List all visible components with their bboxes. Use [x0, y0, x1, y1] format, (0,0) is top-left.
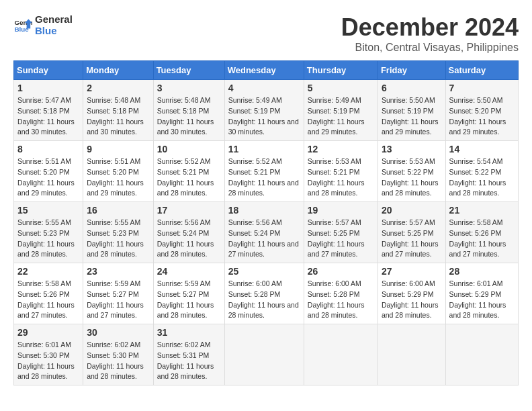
- day-info: Sunrise: 5:59 AM Sunset: 5:27 PM Dayligh…: [157, 279, 221, 321]
- calendar-cell: 30 Sunrise: 6:02 AM Sunset: 5:30 PM Dayl…: [83, 324, 153, 385]
- day-info: Sunrise: 5:53 AM Sunset: 5:22 PM Dayligh…: [382, 156, 442, 199]
- calendar-cell: 25 Sunrise: 6:00 AM Sunset: 5:28 PM Dayl…: [224, 263, 304, 324]
- day-info: Sunrise: 5:51 AM Sunset: 5:20 PM Dayligh…: [17, 156, 79, 199]
- day-number: 8: [17, 144, 79, 154]
- day-number: 1: [17, 83, 79, 93]
- logo-blue: Blue: [35, 25, 73, 36]
- calendar-cell: [224, 324, 304, 385]
- header: General Blue General Blue December 2024 …: [13, 13, 519, 54]
- day-number: 23: [87, 266, 149, 277]
- weekday-header-thursday: Thursday: [304, 61, 378, 80]
- calendar-cell: 18 Sunrise: 5:56 AM Sunset: 5:24 PM Dayl…: [224, 202, 304, 263]
- day-info: Sunrise: 5:56 AM Sunset: 5:24 PM Dayligh…: [157, 218, 221, 260]
- day-info: Sunrise: 5:51 AM Sunset: 5:20 PM Dayligh…: [87, 156, 149, 199]
- week-row-4: 22 Sunrise: 5:58 AM Sunset: 5:26 PM Dayl…: [14, 263, 519, 324]
- day-info: Sunrise: 5:56 AM Sunset: 5:24 PM Dayligh…: [228, 218, 300, 260]
- day-info: Sunrise: 6:00 AM Sunset: 5:28 PM Dayligh…: [228, 279, 300, 321]
- day-info: Sunrise: 5:57 AM Sunset: 5:25 PM Dayligh…: [308, 218, 374, 260]
- day-number: 3: [157, 83, 221, 93]
- location-subtitle: Biton, Central Visayas, Philippines: [341, 42, 519, 54]
- calendar-cell: 7 Sunrise: 5:50 AM Sunset: 5:20 PM Dayli…: [445, 80, 518, 141]
- calendar-cell: 6 Sunrise: 5:50 AM Sunset: 5:19 PM Dayli…: [378, 80, 445, 141]
- day-info: Sunrise: 5:54 AM Sunset: 5:22 PM Dayligh…: [449, 156, 515, 199]
- day-number: 12: [308, 144, 374, 154]
- day-info: Sunrise: 5:47 AM Sunset: 5:18 PM Dayligh…: [17, 95, 79, 138]
- day-info: Sunrise: 5:50 AM Sunset: 5:20 PM Dayligh…: [449, 95, 515, 138]
- week-row-3: 15 Sunrise: 5:55 AM Sunset: 5:23 PM Dayl…: [14, 202, 519, 263]
- calendar-cell: 15 Sunrise: 5:55 AM Sunset: 5:23 PM Dayl…: [14, 202, 83, 263]
- calendar-cell: 17 Sunrise: 5:56 AM Sunset: 5:24 PM Dayl…: [153, 202, 224, 263]
- day-info: Sunrise: 5:49 AM Sunset: 5:19 PM Dayligh…: [308, 95, 374, 138]
- day-info: Sunrise: 5:48 AM Sunset: 5:18 PM Dayligh…: [157, 95, 221, 138]
- month-title: December 2024: [341, 13, 519, 42]
- day-number: 10: [157, 144, 221, 154]
- day-number: 21: [449, 205, 515, 216]
- day-number: 17: [157, 205, 221, 216]
- day-info: Sunrise: 5:59 AM Sunset: 5:27 PM Dayligh…: [87, 279, 149, 321]
- day-number: 28: [449, 266, 515, 277]
- calendar-cell: 20 Sunrise: 5:57 AM Sunset: 5:25 PM Dayl…: [378, 202, 445, 263]
- calendar-cell: 3 Sunrise: 5:48 AM Sunset: 5:18 PM Dayli…: [153, 80, 224, 141]
- day-number: 22: [17, 266, 79, 277]
- day-info: Sunrise: 6:01 AM Sunset: 5:29 PM Dayligh…: [449, 279, 515, 321]
- calendar-cell: [304, 324, 378, 385]
- day-info: Sunrise: 6:02 AM Sunset: 5:30 PM Dayligh…: [87, 340, 149, 382]
- day-number: 29: [17, 327, 79, 338]
- day-info: Sunrise: 6:00 AM Sunset: 5:28 PM Dayligh…: [308, 279, 374, 321]
- weekday-header-sunday: Sunday: [14, 61, 83, 80]
- calendar-cell: 12 Sunrise: 5:53 AM Sunset: 5:21 PM Dayl…: [304, 141, 378, 202]
- calendar-cell: 31 Sunrise: 6:02 AM Sunset: 5:31 PM Dayl…: [153, 324, 224, 385]
- calendar-cell: 9 Sunrise: 5:51 AM Sunset: 5:20 PM Dayli…: [83, 141, 153, 202]
- calendar-cell: 21 Sunrise: 5:58 AM Sunset: 5:26 PM Dayl…: [445, 202, 518, 263]
- day-number: 2: [87, 83, 149, 93]
- calendar-cell: 10 Sunrise: 5:52 AM Sunset: 5:21 PM Dayl…: [153, 141, 224, 202]
- day-info: Sunrise: 5:55 AM Sunset: 5:23 PM Dayligh…: [87, 218, 149, 260]
- day-number: 26: [308, 266, 374, 277]
- calendar-cell: 1 Sunrise: 5:47 AM Sunset: 5:18 PM Dayli…: [14, 80, 83, 141]
- day-number: 7: [449, 83, 515, 93]
- weekday-header-monday: Monday: [83, 61, 153, 80]
- day-info: Sunrise: 5:57 AM Sunset: 5:25 PM Dayligh…: [382, 218, 442, 260]
- day-number: 31: [157, 327, 221, 338]
- day-number: 24: [157, 266, 221, 277]
- weekday-header-saturday: Saturday: [445, 61, 518, 80]
- day-number: 11: [228, 144, 300, 154]
- day-info: Sunrise: 5:50 AM Sunset: 5:19 PM Dayligh…: [382, 95, 442, 138]
- calendar-cell: 26 Sunrise: 6:00 AM Sunset: 5:28 PM Dayl…: [304, 263, 378, 324]
- calendar-cell: 8 Sunrise: 5:51 AM Sunset: 5:20 PM Dayli…: [14, 141, 83, 202]
- calendar-table: SundayMondayTuesdayWednesdayThursdayFrid…: [13, 60, 519, 385]
- day-number: 9: [87, 144, 149, 154]
- calendar-cell: 22 Sunrise: 5:58 AM Sunset: 5:26 PM Dayl…: [14, 263, 83, 324]
- day-number: 4: [228, 83, 300, 93]
- day-number: 14: [449, 144, 515, 154]
- day-info: Sunrise: 5:52 AM Sunset: 5:21 PM Dayligh…: [228, 156, 300, 199]
- day-info: Sunrise: 5:49 AM Sunset: 5:19 PM Dayligh…: [228, 95, 300, 138]
- weekday-header-friday: Friday: [378, 61, 445, 80]
- day-number: 20: [382, 205, 442, 216]
- day-number: 13: [382, 144, 442, 154]
- day-number: 6: [382, 83, 442, 93]
- week-row-2: 8 Sunrise: 5:51 AM Sunset: 5:20 PM Dayli…: [14, 141, 519, 202]
- calendar-cell: 23 Sunrise: 5:59 AM Sunset: 5:27 PM Dayl…: [83, 263, 153, 324]
- day-info: Sunrise: 5:55 AM Sunset: 5:23 PM Dayligh…: [17, 218, 79, 260]
- logo-icon: General Blue: [13, 15, 32, 34]
- day-number: 27: [382, 266, 442, 277]
- logo: General Blue General Blue: [13, 13, 73, 36]
- weekday-header-row: SundayMondayTuesdayWednesdayThursdayFrid…: [14, 61, 519, 80]
- day-info: Sunrise: 6:02 AM Sunset: 5:31 PM Dayligh…: [157, 340, 221, 382]
- calendar-cell: 29 Sunrise: 6:01 AM Sunset: 5:30 PM Dayl…: [14, 324, 83, 385]
- day-number: 25: [228, 266, 300, 277]
- calendar-cell: [378, 324, 445, 385]
- day-info: Sunrise: 5:52 AM Sunset: 5:21 PM Dayligh…: [157, 156, 221, 199]
- calendar-cell: 14 Sunrise: 5:54 AM Sunset: 5:22 PM Dayl…: [445, 141, 518, 202]
- day-number: 30: [87, 327, 149, 338]
- calendar-cell: 4 Sunrise: 5:49 AM Sunset: 5:19 PM Dayli…: [224, 80, 304, 141]
- day-info: Sunrise: 5:58 AM Sunset: 5:26 PM Dayligh…: [17, 279, 79, 321]
- calendar-cell: 27 Sunrise: 6:00 AM Sunset: 5:29 PM Dayl…: [378, 263, 445, 324]
- day-info: Sunrise: 5:58 AM Sunset: 5:26 PM Dayligh…: [449, 218, 515, 260]
- calendar-cell: 19 Sunrise: 5:57 AM Sunset: 5:25 PM Dayl…: [304, 202, 378, 263]
- week-row-1: 1 Sunrise: 5:47 AM Sunset: 5:18 PM Dayli…: [14, 80, 519, 141]
- day-number: 5: [308, 83, 374, 93]
- day-info: Sunrise: 5:48 AM Sunset: 5:18 PM Dayligh…: [87, 95, 149, 138]
- week-row-5: 29 Sunrise: 6:01 AM Sunset: 5:30 PM Dayl…: [14, 324, 519, 385]
